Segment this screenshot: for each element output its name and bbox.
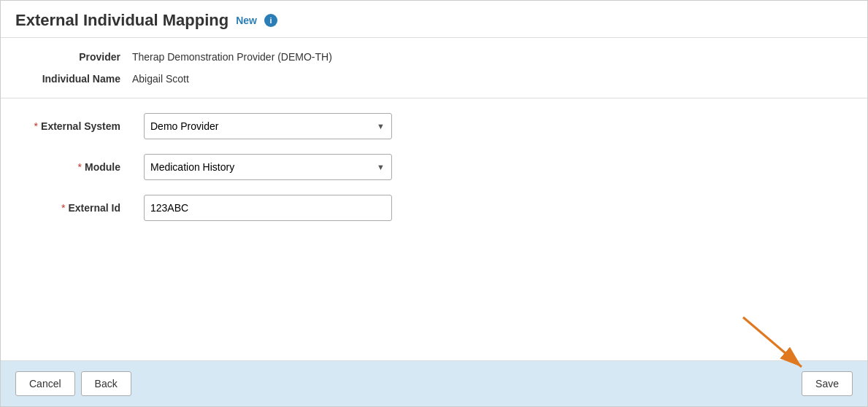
module-label: Module [85, 161, 120, 173]
external-system-required: * [34, 120, 38, 132]
module-select-wrapper: Medication History [144, 154, 392, 180]
provider-row: Provider Therap Demonstration Provider (… [15, 51, 853, 63]
external-system-label: External System [41, 120, 120, 132]
cancel-button[interactable]: Cancel [15, 371, 75, 396]
footer-left: Cancel Back [15, 371, 131, 396]
module-select[interactable]: Medication History [144, 154, 392, 180]
module-label-wrapper: * Module [15, 161, 132, 173]
individual-name-row: Individual Name Abigail Scott [15, 73, 853, 85]
save-button[interactable]: Save [802, 371, 853, 396]
external-system-label-wrapper: * External System [15, 120, 132, 132]
external-id-row: * External Id [15, 195, 853, 221]
external-system-select-wrapper: Demo Provider [144, 113, 392, 139]
individual-name-label: Individual Name [15, 73, 132, 85]
external-id-required: * [61, 202, 65, 214]
form-section: * External System Demo Provider * Module… [1, 98, 867, 361]
info-icon[interactable]: i [264, 14, 277, 27]
page-header: External Individual Mapping New i [1, 1, 867, 38]
individual-name-value: Abigail Scott [132, 73, 189, 85]
new-badge: New [236, 15, 257, 26]
module-required: * [78, 161, 82, 173]
external-id-input[interactable] [144, 195, 392, 221]
page-footer: Cancel Back Save [1, 361, 867, 406]
external-system-select[interactable]: Demo Provider [144, 113, 392, 139]
module-row: * Module Medication History [15, 154, 853, 180]
page-title: External Individual Mapping [15, 11, 228, 30]
external-system-row: * External System Demo Provider [15, 113, 853, 139]
provider-label: Provider [15, 51, 132, 63]
page-wrapper: External Individual Mapping New i Provid… [0, 0, 868, 407]
info-section: Provider Therap Demonstration Provider (… [1, 38, 867, 98]
external-id-label-wrapper: * External Id [15, 202, 132, 214]
provider-value: Therap Demonstration Provider (DEMO-TH) [132, 51, 332, 63]
back-button[interactable]: Back [81, 371, 131, 396]
external-id-label: External Id [68, 202, 120, 214]
